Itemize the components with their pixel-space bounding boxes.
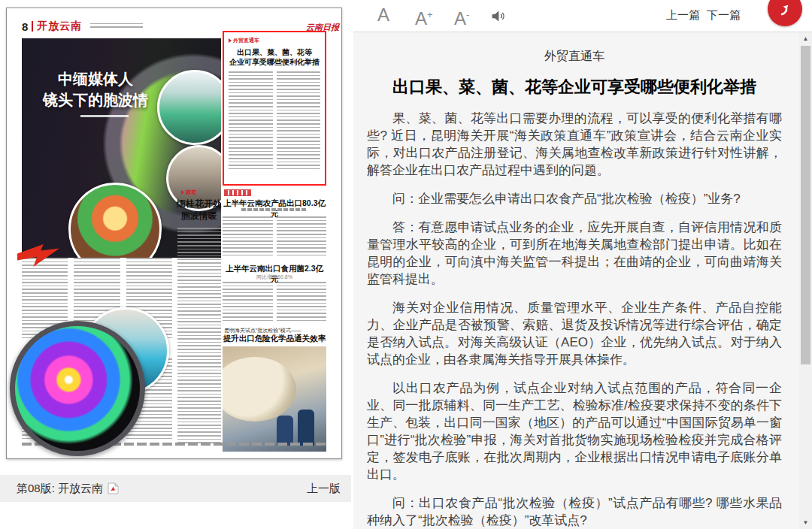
camera-lens-photo <box>10 321 145 456</box>
headline-fungus-subtitle: 同比增长60.8% <box>223 274 326 281</box>
essay-kicker: 随笔 <box>181 189 196 196</box>
article-body: 果、菜、菌、花等出口需要办理的流程，可以享受的便利化举措有哪些? 近日，昆明海关… <box>367 110 782 529</box>
article: 外贸直通车 出口果、菜、菌、花等企业可享受哪些便利化举措 果、菜、菌、花等出口需… <box>367 32 782 529</box>
photo-circle-market <box>68 183 162 258</box>
page-edition-link[interactable]: 第08版: 开放云南 <box>17 482 119 496</box>
left-pane: 8 开放云南 中缅媒体人 镜头下的胞波情 云南日报 外贸直通车 <box>0 0 353 529</box>
headline-chem: 提升出口危险化学品通关效率 <box>223 334 326 344</box>
scrollbar[interactable]: ▲ ▼ <box>799 32 812 529</box>
header-divider <box>32 21 33 32</box>
reader-toolbar: A A+ A- 上一篇 下一篇 <box>353 0 812 32</box>
highlight-body-columns <box>229 71 320 169</box>
highlighted-article-box[interactable]: 外贸直通车 出口果、菜、菌、花等 企业可享受哪些便利化举措 <box>223 31 326 186</box>
article-paragraph: 答：有意愿申请试点业务的企业，应先开展自查，自评信用情况和质量管理水平较高的企业… <box>367 219 782 288</box>
agri-body-columns <box>223 216 326 255</box>
font-increase-button[interactable]: A+ <box>415 5 433 29</box>
essay-title: 缅桂花开处 胞波情暖 <box>175 198 223 222</box>
customs-inspection-photo <box>223 346 326 452</box>
edition-bar: 第08版: 开放云南 上一版 <box>0 475 351 502</box>
tanker-shape <box>223 357 296 422</box>
newspaper-page-number: 8 <box>22 20 28 33</box>
pdf-icon[interactable] <box>108 482 119 494</box>
font-reset-button[interactable]: A <box>377 5 389 26</box>
newspaper-section-name: 开放云南 <box>37 20 82 33</box>
speaker-icon <box>490 8 506 24</box>
article-paragraph: 果、菜、菌、花等出口需要办理的流程，可以享受的便利化举措有哪些? 近日，昆明海关… <box>367 110 782 179</box>
photo-circle-person <box>157 70 221 145</box>
fungus-body-columns <box>223 282 326 321</box>
officer-silhouette <box>298 410 314 446</box>
essay-body-column <box>177 228 221 446</box>
scroll-down-button[interactable]: ▼ <box>799 516 812 529</box>
cover-headline: 中缅媒体人 镜头下的胞波情 <box>43 68 148 110</box>
prev-edition-link[interactable]: 上一版 <box>307 482 341 496</box>
epaper-reader: 8 开放云南 中缅媒体人 镜头下的胞波情 云南日报 外贸直通车 <box>0 0 812 529</box>
highlight-kicker: 外贸直通车 <box>229 37 320 44</box>
article-paragraph: 问：企业需要怎么申请出口农食产品“批次检验（检疫）”业务? <box>367 190 782 207</box>
article-title: 出口果、菜、菌、花等企业可享受哪些便利化举措 <box>367 76 782 98</box>
article-kicker: 外贸直通车 <box>367 49 782 65</box>
return-arrow-icon <box>776 0 794 18</box>
kicker-triangle-icon <box>229 38 232 43</box>
kicker-triangle-icon <box>181 190 184 195</box>
newspaper-thumbnail[interactable]: 8 开放云南 中缅媒体人 镜头下的胞波情 云南日报 外贸直通车 <box>6 8 342 459</box>
officer-silhouette <box>277 416 293 446</box>
cover-byline <box>80 115 129 117</box>
header-meta-lines <box>90 23 143 30</box>
highlight-title: 出口果、菜、菌、花等 企业可享受哪些便利化举措 <box>229 47 320 67</box>
article-paragraph: 海关对企业信用情况、质量管理水平、企业生产条件、产品自控能力、企业产品是否被预警… <box>367 299 782 368</box>
section-tag <box>224 189 251 196</box>
right-pane: A A+ A- 上一篇 下一篇 <box>353 0 812 529</box>
article-paragraph: 以出口农产品为例，试点企业对纳入试点范围的产品，符合同一企业、同一批原辅料、同一… <box>367 379 782 483</box>
cover-photo: 中缅媒体人 镜头下的胞波情 <box>22 38 221 258</box>
next-article-link[interactable]: 下一篇 <box>707 8 741 23</box>
read-aloud-button[interactable] <box>490 8 506 27</box>
return-button[interactable] <box>768 0 802 26</box>
scrollbar-thumb[interactable] <box>801 46 810 364</box>
newspaper-page-header: 8 开放云南 <box>22 20 143 33</box>
article-scroll-area[interactable]: 外贸直通车 出口果、菜、菌、花等企业可享受哪些便利化举措 果、菜、菌、花等出口需… <box>353 32 812 529</box>
scroll-up-button[interactable]: ▲ <box>799 32 812 45</box>
article-paragraph: 问：出口农食产品“批次检验（检疫）”试点产品有哪些? 哪些水果品种纳入了“批次检… <box>367 494 782 529</box>
font-decrease-button[interactable]: A- <box>454 5 469 29</box>
headline-agri-subtitle <box>241 208 308 211</box>
article-nav: 上一篇 下一篇 <box>666 8 741 23</box>
prev-article-link[interactable]: 上一篇 <box>666 8 700 23</box>
